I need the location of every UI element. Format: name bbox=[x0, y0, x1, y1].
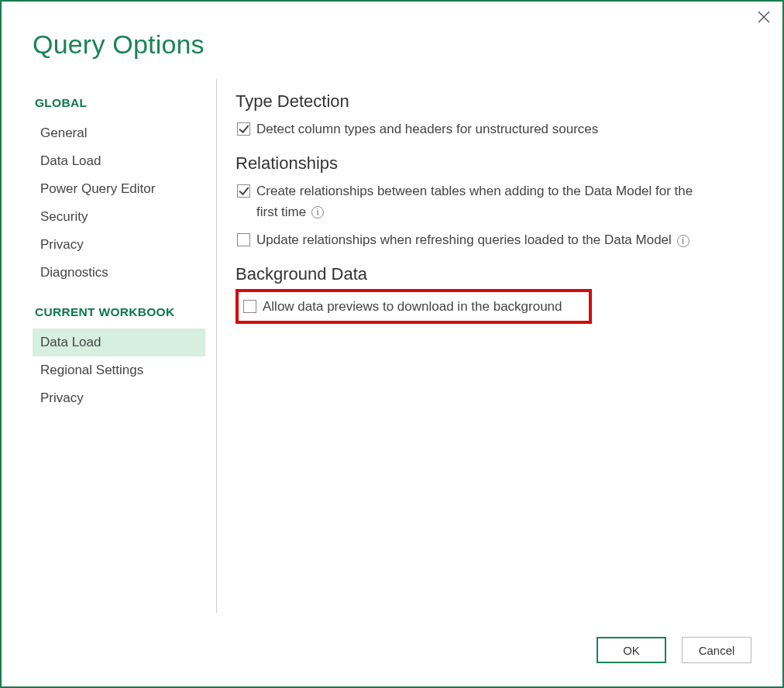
sidebar-item-data-load-global[interactable]: Data Load bbox=[33, 147, 205, 175]
sidebar-item-security[interactable]: Security bbox=[33, 203, 205, 231]
detect-column-types-option[interactable]: Detect column types and headers for unst… bbox=[236, 119, 751, 139]
update-relationships-checkbox[interactable] bbox=[237, 233, 250, 246]
allow-background-previews-label: Allow data previews to download in the b… bbox=[263, 297, 562, 317]
detect-column-types-label: Detect column types and headers for unst… bbox=[256, 119, 598, 139]
dialog-title: Query Options bbox=[33, 29, 205, 60]
info-icon[interactable]: i bbox=[677, 235, 689, 247]
info-icon[interactable]: i bbox=[311, 206, 324, 218]
type-detection-heading: Type Detection bbox=[236, 91, 751, 112]
sidebar-item-privacy-global[interactable]: Privacy bbox=[33, 231, 205, 259]
main-panel: Type Detection Detect column types and h… bbox=[217, 79, 751, 613]
allow-background-previews-checkbox[interactable] bbox=[243, 300, 256, 313]
close-icon bbox=[758, 11, 770, 23]
sidebar-section-global: GLOBAL bbox=[35, 96, 205, 110]
highlight-box: Allow data previews to download in the b… bbox=[236, 289, 592, 323]
sidebar-item-privacy-workbook[interactable]: Privacy bbox=[33, 384, 205, 412]
allow-background-previews-option[interactable]: Allow data previews to download in the b… bbox=[242, 297, 586, 317]
footer: OK Cancel bbox=[597, 637, 751, 663]
update-relationships-label-text: Update relationships when refreshing que… bbox=[256, 232, 672, 247]
sidebar: GLOBAL General Data Load Power Query Edi… bbox=[33, 79, 217, 613]
close-button[interactable] bbox=[756, 9, 772, 25]
sidebar-section-workbook: CURRENT WORKBOOK bbox=[35, 305, 205, 319]
ok-button[interactable]: OK bbox=[597, 637, 666, 663]
create-relationships-option[interactable]: Create relationships between tables when… bbox=[236, 181, 751, 222]
relationships-heading: Relationships bbox=[236, 153, 751, 174]
update-relationships-label: Update relationships when refreshing que… bbox=[256, 230, 689, 250]
create-relationships-checkbox[interactable] bbox=[237, 184, 250, 198]
sidebar-item-general[interactable]: General bbox=[33, 119, 205, 147]
content: GLOBAL General Data Load Power Query Edi… bbox=[33, 79, 751, 613]
sidebar-item-power-query-editor[interactable]: Power Query Editor bbox=[33, 175, 205, 203]
cancel-button[interactable]: Cancel bbox=[682, 637, 751, 663]
background-data-heading: Background Data bbox=[236, 264, 751, 284]
detect-column-types-checkbox[interactable] bbox=[237, 122, 250, 136]
sidebar-item-diagnostics[interactable]: Diagnostics bbox=[33, 259, 205, 287]
create-relationships-label: Create relationships between tables when… bbox=[256, 181, 714, 222]
sidebar-item-data-load-workbook[interactable]: Data Load bbox=[33, 329, 205, 356]
update-relationships-option[interactable]: Update relationships when refreshing que… bbox=[236, 230, 751, 250]
sidebar-item-regional-settings[interactable]: Regional Settings bbox=[33, 356, 205, 384]
